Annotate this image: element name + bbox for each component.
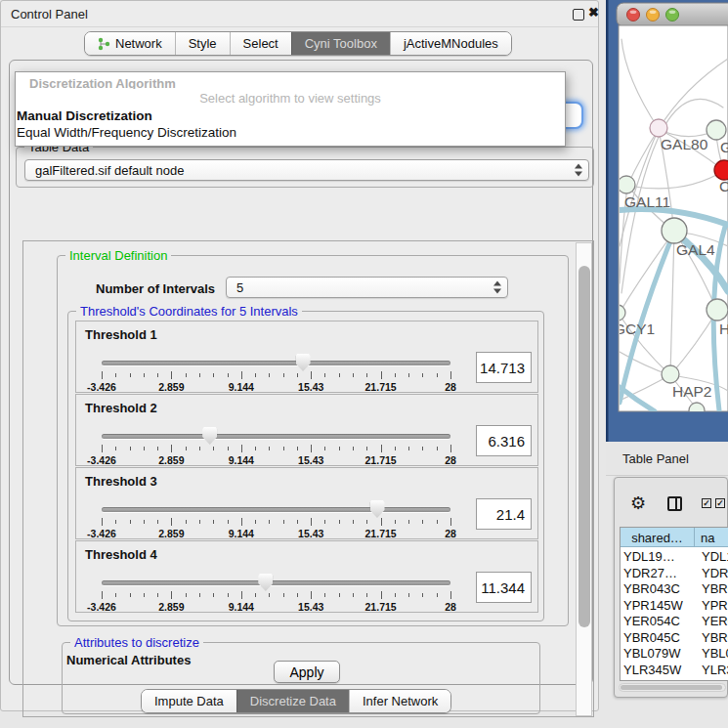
tab-cyni-toolbox[interactable]: Cyni Toolbox — [291, 32, 390, 55]
minor-tick — [269, 593, 270, 597]
network-node-c[interactable] — [714, 160, 728, 180]
minor-tick — [228, 520, 229, 524]
minor-tick — [408, 520, 409, 524]
network-node-h[interactable] — [707, 299, 728, 321]
minor-tick — [255, 373, 256, 377]
threshold-value-field[interactable]: 14.713 — [476, 352, 532, 383]
network-node-gal11[interactable] — [618, 176, 635, 193]
minor-tick — [408, 373, 409, 377]
table-row[interactable]: YBL079WYBL0 — [621, 646, 728, 663]
slider-thumb[interactable] — [258, 574, 273, 591]
network-view[interactable]: GAL80GCGAL11GAL4GCY1HHAP2 — [606, 0, 728, 442]
zoom-traffic-button[interactable] — [666, 9, 679, 21]
slider-thumb[interactable] — [370, 500, 385, 518]
settings-scrollbar-track[interactable] — [576, 242, 592, 716]
float-window-icon[interactable] — [573, 9, 584, 21]
tab-network[interactable]: Network — [85, 32, 175, 55]
checkbox-filter-icon-2[interactable]: ✓ — [715, 498, 725, 508]
network-node-gal80[interactable] — [650, 119, 667, 137]
minor-tick — [324, 520, 325, 524]
minor-tick — [186, 373, 187, 377]
slider-thumb[interactable] — [296, 354, 311, 371]
table-data-group: Table Data galFiltered.sif default node — [16, 147, 594, 188]
major-tick — [311, 518, 312, 526]
tick-label: 9.144 — [229, 381, 254, 393]
network-node-g[interactable] — [707, 120, 726, 140]
table-horizontal-scrollbar[interactable] — [619, 683, 726, 692]
control-panel-titlebar[interactable]: Control Panel ✖ — [1, 1, 598, 27]
tab-jactivemnodules[interactable]: jActiveMNodules — [390, 32, 511, 55]
close-window-icon[interactable]: ✖ — [588, 5, 599, 20]
threshold-slider[interactable]: -3.4262.8599.14415.4321.71528 — [102, 395, 450, 467]
node-label: C — [719, 178, 728, 194]
threshold-panel-3: Threshold 3-3.4262.8599.14415.4321.71528… — [75, 467, 538, 539]
table-settings-gear-icon[interactable]: ⚙ — [630, 494, 646, 512]
node-label: GCY1 — [614, 321, 655, 337]
table-row[interactable]: YBR045CYBR0 — [621, 630, 728, 647]
cell-name: YBR0 — [702, 630, 728, 645]
node-attribute-table[interactable]: shared… na YDL19…YDL1YDR27…YDR2YBR043CYB… — [620, 527, 728, 681]
checkbox-filter-icon[interactable]: ✓ — [702, 498, 711, 508]
major-tick — [311, 371, 312, 379]
bottom-tab-discretize-data[interactable]: Discretize Data — [236, 690, 349, 712]
table-row[interactable]: YLR345WYLR3 — [621, 663, 728, 679]
tab-style[interactable]: Style — [175, 32, 230, 55]
minor-tick — [297, 520, 298, 524]
major-tick — [311, 591, 312, 599]
slider-track[interactable] — [102, 580, 450, 585]
table-row[interactable]: YDR27…YDR2 — [621, 566, 728, 582]
table-rows-container: YDL19…YDL1YDR27…YDR2YBR043CYBR0YPR145WYP… — [621, 547, 728, 681]
threshold-slider[interactable]: -3.4262.8599.14415.4321.71528 — [102, 541, 450, 614]
number-of-intervals-combo[interactable]: 5 — [226, 277, 508, 298]
apply-button[interactable]: Apply — [274, 661, 340, 683]
column-header-shared-name[interactable]: shared… — [621, 528, 695, 547]
cell-shared-name: YIL052C — [623, 678, 673, 681]
settings-scrollpane: Interval Definition Number of Intervals … — [22, 240, 594, 717]
algorithm-option[interactable]: Manual Discretization — [16, 107, 565, 124]
minor-tick — [115, 593, 116, 597]
thresholds-group: Threshold's Coordinates for 5 Intervals … — [67, 311, 544, 621]
threshold-value-field[interactable]: 21.4 — [476, 498, 532, 530]
slider-track[interactable] — [102, 434, 450, 439]
column-header-name[interactable]: na — [695, 528, 728, 547]
slider-track[interactable] — [102, 361, 450, 365]
minor-tick — [324, 373, 325, 377]
tick-label: 9.144 — [229, 454, 254, 466]
settings-scrollbar-thumb[interactable] — [578, 266, 590, 627]
bottom-tab-infer-network[interactable]: Infer Network — [349, 690, 450, 712]
minor-tick — [324, 447, 325, 450]
table-row[interactable]: YIL052CYIL0 — [621, 678, 728, 681]
split-columns-icon[interactable] — [667, 496, 682, 511]
table-row[interactable]: YDL19…YDL1 — [621, 549, 728, 566]
close-traffic-button[interactable] — [627, 9, 640, 21]
table-row[interactable]: YBR043CYBR0 — [621, 581, 728, 598]
table-row[interactable]: YER054CYER0 — [621, 614, 728, 630]
threshold-slider[interactable]: -3.4262.8599.14415.4321.71528 — [102, 321, 450, 394]
threshold-slider[interactable]: -3.4262.8599.14415.4321.71528 — [102, 468, 450, 540]
minimize-traffic-button[interactable] — [647, 9, 660, 21]
cell-shared-name: YER054C — [623, 614, 680, 628]
algorithm-dropdown-popup: Discretization Algorithm Select algorith… — [15, 71, 566, 147]
tab-label: Select — [243, 32, 278, 55]
threshold-value-field[interactable]: 6.316 — [476, 425, 532, 456]
algorithm-option[interactable]: Equal Width/Frequency Discretization — [16, 124, 565, 141]
minor-tick — [395, 593, 396, 597]
network-node-gal4[interactable] — [662, 218, 687, 243]
bottom-tab-impute-data[interactable]: Impute Data — [142, 690, 236, 712]
table-horizontal-scrollbar-thumb[interactable] — [621, 685, 722, 690]
tick-label: 2.859 — [158, 381, 184, 393]
minor-tick — [283, 447, 284, 450]
cell-shared-name: YBR045C — [623, 630, 680, 645]
node-label: HAP2 — [672, 383, 712, 400]
table-data-combo-value: galFiltered.sif default node — [35, 163, 184, 178]
threshold-value-field[interactable]: 11.344 — [476, 572, 532, 603]
network-node-hap2[interactable] — [662, 365, 679, 383]
table-data-combo[interactable]: galFiltered.sif default node — [24, 159, 589, 181]
major-tick — [450, 371, 451, 379]
tab-select[interactable]: Select — [230, 32, 291, 55]
tick-label: 21.715 — [365, 381, 397, 393]
table-row[interactable]: YPR145WYPR1 — [621, 598, 728, 615]
slider-track[interactable] — [102, 507, 450, 512]
slider-thumb[interactable] — [202, 427, 217, 445]
minimize-traffic-button-gloss — [650, 11, 657, 15]
